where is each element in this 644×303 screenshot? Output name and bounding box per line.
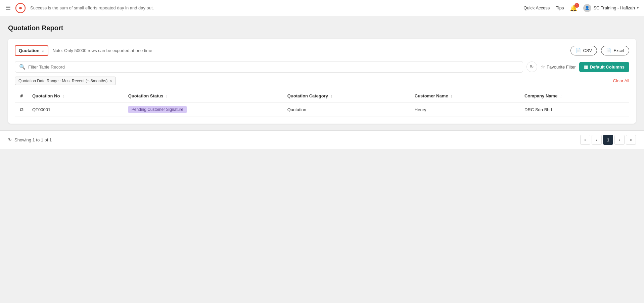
columns-grid-icon: ▦ — [584, 64, 588, 70]
tagline: Success is the sum of small efforts repe… — [30, 5, 154, 10]
showing-text-area: ↻ Showing 1 to 1 of 1 — [8, 137, 52, 142]
quotation-table: # Quotation No ↕ Quotation Status ↕ Quot… — [15, 90, 629, 117]
search-box: 🔍 — [15, 61, 523, 73]
page-title: Quotation Report — [8, 24, 636, 32]
col-company-name: Company Name ↕ — [520, 90, 629, 102]
filter-tag-close-icon[interactable]: × — [109, 78, 112, 83]
user-menu[interactable]: 👤 SC Training - Hafizah ▾ — [583, 4, 639, 12]
bell-badge: 1 — [574, 3, 579, 8]
footer-refresh-icon[interactable]: ↻ — [8, 137, 12, 142]
logo-icon — [15, 3, 26, 13]
topnav: ☰ Success is the sum of small efforts re… — [0, 0, 644, 16]
next-page-button[interactable]: › — [614, 135, 625, 145]
pagination: « ‹ 1 › » — [580, 135, 636, 145]
user-avatar-icon: 👤 — [583, 4, 591, 12]
clear-all-button[interactable]: Clear All — [613, 78, 629, 83]
toolbar-row: Quotation ⌄ Note: Only 50000 rows can be… — [15, 45, 629, 56]
sort-customer-name-icon[interactable]: ↕ — [451, 94, 453, 98]
row-open-cell: ⧉ — [15, 102, 28, 117]
refresh-button[interactable]: ↻ — [526, 61, 537, 72]
col-quotation-status: Quotation Status ↕ — [124, 90, 283, 102]
filter-row: Quotation Date Range : Most Recent (+-6m… — [15, 77, 629, 85]
dropdown-chevron-icon: ⌄ — [41, 48, 44, 53]
quotation-dropdown[interactable]: Quotation ⌄ — [15, 45, 48, 56]
sort-company-name-icon[interactable]: ↕ — [560, 94, 562, 98]
table-header: # Quotation No ↕ Quotation Status ↕ Quot… — [15, 90, 629, 102]
showing-text: Showing 1 to 1 of 1 — [14, 137, 52, 142]
col-quotation-category: Quotation Category ↕ — [283, 90, 411, 102]
date-range-filter-tag: Quotation Date Range : Most Recent (+-6m… — [15, 77, 116, 85]
open-record-icon[interactable]: ⧉ — [20, 106, 24, 112]
csv-label: CSV — [583, 48, 592, 53]
main-card: Quotation ⌄ Note: Only 50000 rows can be… — [8, 39, 636, 124]
prev-page-button[interactable]: ‹ — [592, 135, 602, 145]
fav-filter-label: Favourite Filter — [547, 64, 576, 70]
tips-link[interactable]: Tips — [556, 5, 564, 10]
excel-button[interactable]: 📄 Excel — [601, 46, 629, 55]
csv-button[interactable]: 📄 CSV — [570, 46, 597, 55]
first-page-button[interactable]: « — [580, 135, 590, 145]
row-quotation-category: Quotation — [283, 102, 411, 117]
row-quotation-no: QT00001 — [28, 102, 124, 117]
star-icon: ☆ — [541, 64, 545, 70]
csv-doc-icon: 📄 — [576, 48, 581, 53]
default-columns-label: Default Columns — [590, 64, 625, 70]
sort-quotation-status-icon[interactable]: ↕ — [166, 94, 168, 98]
sort-quotation-no-icon[interactable]: ↕ — [62, 94, 64, 98]
bell-button[interactable]: 🔔 1 — [570, 4, 577, 12]
quick-access-link[interactable]: Quick Access — [523, 5, 550, 10]
table-body: ⧉ QT00001 Pending Customer Signature Quo… — [15, 102, 629, 117]
col-customer-name: Customer Name ↕ — [411, 90, 520, 102]
topnav-right: Quick Access Tips 🔔 1 👤 SC Training - Ha… — [523, 4, 639, 12]
quotation-dropdown-label: Quotation — [19, 48, 39, 53]
refresh-icon: ↻ — [530, 64, 534, 70]
search-input[interactable] — [28, 64, 519, 70]
table-row: ⧉ QT00001 Pending Customer Signature Quo… — [15, 102, 629, 117]
search-row: 🔍 ↻ ☆ Favourite Filter ▦ Default Columns — [15, 61, 629, 73]
col-hash: # — [15, 90, 28, 102]
topnav-left: ☰ Success is the sum of small efforts re… — [5, 3, 523, 13]
favourite-filter-button[interactable]: ☆ Favourite Filter — [541, 64, 576, 70]
row-customer-name: Henry — [411, 102, 520, 117]
user-name-label: SC Training - Hafizah — [593, 5, 635, 10]
page-footer: ↻ Showing 1 to 1 of 1 « ‹ 1 › » — [0, 130, 644, 149]
user-menu-chevron-icon: ▾ — [637, 6, 639, 10]
current-page-button[interactable]: 1 — [603, 135, 613, 145]
search-icon: 🔍 — [19, 64, 26, 70]
sort-quotation-category-icon[interactable]: ↕ — [331, 94, 333, 98]
filter-tag-label: Quotation Date Range : Most Recent (+-6m… — [18, 79, 107, 83]
default-columns-button[interactable]: ▦ Default Columns — [579, 62, 629, 72]
page-content: Quotation Report Quotation ⌄ Note: Only … — [0, 16, 644, 124]
excel-doc-icon: 📄 — [606, 48, 611, 53]
hamburger-icon[interactable]: ☰ — [5, 4, 11, 12]
export-note: Note: Only 50000 rows can be exported at… — [52, 48, 566, 53]
row-quotation-status: Pending Customer Signature — [124, 102, 283, 117]
row-company-name: DRC Sdn Bhd — [520, 102, 629, 117]
col-quotation-no: Quotation No ↕ — [28, 90, 124, 102]
status-badge: Pending Customer Signature — [128, 106, 187, 113]
last-page-button[interactable]: » — [626, 135, 636, 145]
excel-label: Excel — [613, 48, 624, 53]
table-wrapper: # Quotation No ↕ Quotation Status ↕ Quot… — [15, 90, 629, 117]
